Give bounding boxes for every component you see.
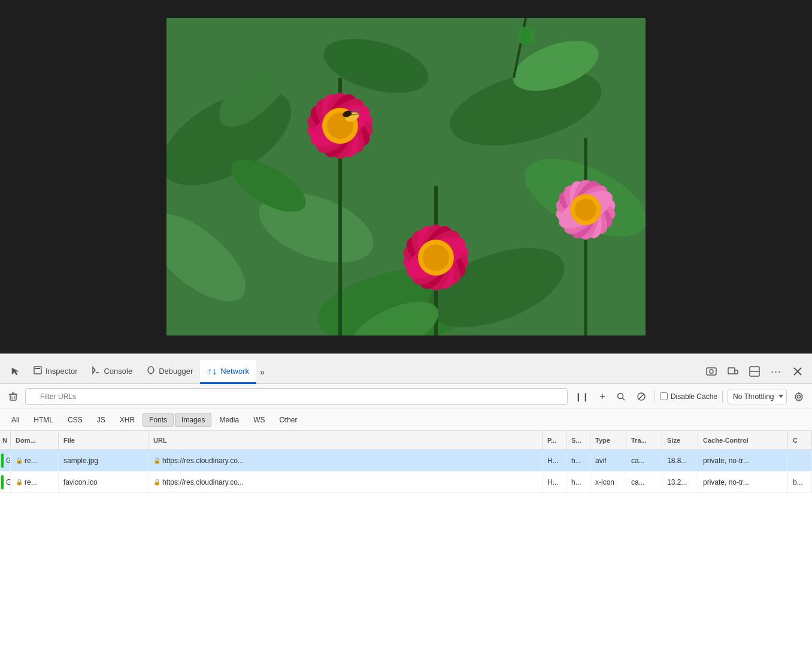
col-header-file[interactable]: File <box>59 431 149 449</box>
status-bar-green <box>1 454 4 468</box>
svg-point-60 <box>575 199 596 220</box>
svg-point-62 <box>521 28 531 44</box>
row-status-indicator: G <box>0 450 11 471</box>
col-header-n[interactable]: N <box>0 431 11 449</box>
console-icon <box>92 366 100 376</box>
filter-tab-media[interactable]: Media <box>213 413 246 427</box>
filter-tab-fonts[interactable]: Fonts <box>143 413 174 427</box>
disable-cache-label[interactable]: Disable Cache <box>660 392 717 401</box>
filter-tab-images[interactable]: Images <box>175 413 211 427</box>
table-row[interactable]: G 🔒 re... sample.jpg 🔒 https://res.cloud… <box>0 450 812 471</box>
filter-tab-css[interactable]: CSS <box>61 413 89 427</box>
row-protocol: H... <box>543 471 566 492</box>
tab-inspector-label: Inspector <box>46 367 77 376</box>
col-header-dom[interactable]: Dom... <box>11 431 59 449</box>
svg-point-86 <box>798 395 801 398</box>
responsive-design-button[interactable] <box>723 362 743 381</box>
tab-console-label: Console <box>104 367 132 376</box>
row-size: 18.8... <box>662 450 698 471</box>
tab-console[interactable]: Console <box>84 360 140 384</box>
tab-network-label: Network <box>220 367 249 376</box>
disable-cache-text: Disable Cache <box>671 392 717 401</box>
inspect-element-button[interactable] <box>5 361 26 382</box>
row-filename: sample.jpg <box>59 450 149 471</box>
devtools-tab-bar: Inspector Console Deb <box>0 354 812 384</box>
browser-viewport <box>0 0 812 353</box>
more-tabs-label: » <box>260 367 265 377</box>
row-scheme: h... <box>566 471 590 492</box>
tab-debugger-label: Debugger <box>159 367 193 376</box>
row-url: 🔒 https://res.cloudinary.co... <box>149 450 543 471</box>
lock-icon: 🔒 <box>16 479 23 485</box>
close-devtools-button[interactable] <box>788 362 807 381</box>
col-header-size[interactable]: Size <box>662 431 698 449</box>
toolbar-separator-2 <box>722 391 723 403</box>
filter-tab-xhr[interactable]: XHR <box>113 413 141 427</box>
inspector-icon <box>34 366 42 376</box>
table-header-row: N Dom... File URL P... S... Type Tra... <box>0 431 812 450</box>
network-toolbar: ▽ ❙❙ + Disable Cac <box>0 384 812 409</box>
filter-tab-ws[interactable]: WS <box>247 413 271 427</box>
row-type: x-icon <box>590 471 626 492</box>
webpage-content <box>166 18 646 335</box>
row-status-indicator: G <box>0 471 11 492</box>
row-cache-control: private, no-tr... <box>698 450 788 471</box>
settings-dots-button[interactable]: ··· <box>766 362 786 381</box>
row-transferred: ca... <box>626 471 662 492</box>
row-domain: 🔒 re... <box>11 471 59 492</box>
col-header-p[interactable]: P... <box>543 431 566 449</box>
disable-cache-checkbox[interactable] <box>660 392 668 400</box>
row-protocol: H... <box>543 450 566 471</box>
row-filename: favicon.ico <box>59 471 149 492</box>
svg-rect-72 <box>735 370 738 374</box>
col-header-tra[interactable]: Tra... <box>626 431 662 449</box>
tab-debugger[interactable]: Debugger <box>140 360 200 384</box>
status-bar-green <box>1 475 4 489</box>
add-filter-button[interactable]: + <box>596 389 609 404</box>
col-header-cache[interactable]: Cache-Control <box>698 431 788 449</box>
network-icon: ↑↓ <box>207 366 217 377</box>
lock-icon-url: 🔒 <box>153 479 160 485</box>
pause-recording-button[interactable]: ❙❙ <box>571 389 593 404</box>
svg-rect-77 <box>10 394 16 400</box>
row-scheme: h... <box>566 450 590 471</box>
block-requests-button[interactable] <box>633 388 650 405</box>
clear-network-log-button[interactable] <box>5 388 22 405</box>
svg-rect-65 <box>34 367 41 374</box>
resource-type-filter-tabs: All HTML CSS JS XHR Fonts Images Media W… <box>0 409 812 431</box>
lock-icon: 🔒 <box>16 457 23 464</box>
table-row[interactable]: G 🔒 re... favicon.ico 🔒 https://res.clou… <box>0 471 812 493</box>
row-extra-col: b... <box>788 471 812 492</box>
svg-point-70 <box>710 370 713 373</box>
throttling-select[interactable]: No Throttling <box>728 389 787 404</box>
screenshot-button[interactable] <box>702 362 721 381</box>
col-header-s[interactable]: S... <box>566 431 590 449</box>
row-size: 13.2... <box>662 471 698 492</box>
col-header-url[interactable]: URL <box>149 431 543 449</box>
network-requests-table: N Dom... File URL P... S... Type Tra... <box>0 431 812 659</box>
filter-tab-all[interactable]: All <box>5 413 26 427</box>
filter-urls-input[interactable] <box>25 388 568 405</box>
svg-point-46 <box>423 244 449 271</box>
filter-tab-js[interactable]: JS <box>90 413 112 427</box>
tab-bar-right-icons: ··· <box>702 362 807 383</box>
row-transferred: ca... <box>626 450 662 471</box>
search-button[interactable] <box>613 388 629 405</box>
svg-rect-69 <box>707 368 716 375</box>
filter-tab-html[interactable]: HTML <box>27 413 60 427</box>
svg-rect-66 <box>35 368 40 369</box>
svg-rect-71 <box>728 368 735 374</box>
svg-line-83 <box>622 398 625 400</box>
debugger-icon <box>147 366 155 376</box>
split-console-button[interactable] <box>745 362 764 381</box>
col-header-type[interactable]: Type <box>590 431 626 449</box>
more-tabs-button[interactable]: » <box>256 360 268 384</box>
network-settings-button[interactable] <box>790 388 807 405</box>
filter-wrapper: ▽ <box>25 388 568 405</box>
filter-tab-other[interactable]: Other <box>272 413 304 427</box>
toolbar-separator-1 <box>655 391 655 403</box>
row-url: 🔒 https://res.cloudinary.co... <box>149 471 543 492</box>
col-header-c[interactable]: C <box>788 431 812 449</box>
tab-inspector[interactable]: Inspector <box>26 360 84 384</box>
tab-network[interactable]: ↑↓ Network <box>200 360 256 384</box>
